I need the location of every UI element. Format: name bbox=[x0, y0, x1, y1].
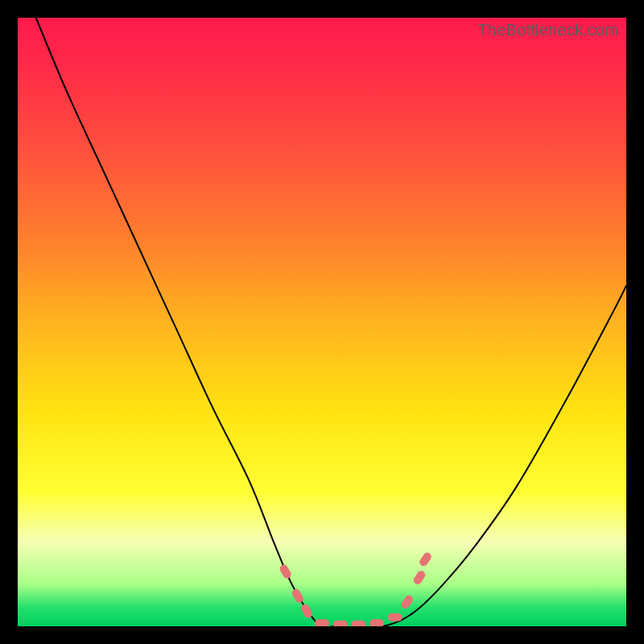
trough-marker bbox=[412, 569, 427, 585]
trough-marker bbox=[369, 619, 384, 626]
left-curve bbox=[36, 18, 334, 626]
curves-svg bbox=[18, 18, 626, 626]
trough-marker bbox=[279, 564, 293, 580]
right-curve bbox=[371, 286, 627, 626]
trough-marker bbox=[315, 619, 329, 626]
plot-area: TheBottleneck.com bbox=[18, 18, 626, 626]
trough-marker bbox=[418, 551, 433, 568]
trough-marker bbox=[388, 613, 402, 621]
trough-marker bbox=[351, 621, 365, 626]
chart-frame: TheBottleneck.com bbox=[0, 0, 644, 644]
trough-marker bbox=[291, 588, 305, 605]
trough-marker bbox=[400, 594, 415, 610]
trough-marker bbox=[333, 621, 348, 626]
